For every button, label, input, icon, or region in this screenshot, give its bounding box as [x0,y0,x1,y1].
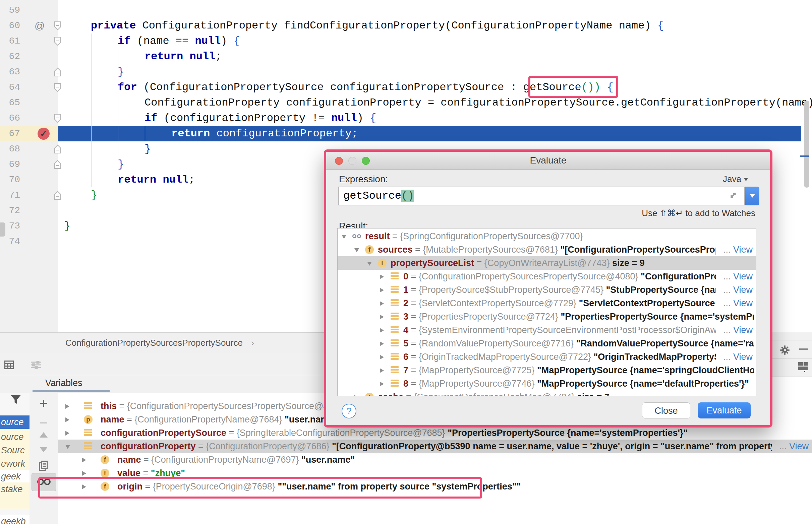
chevron-collapsed-icon[interactable] [380,355,384,360]
indent-guide [145,80,145,158]
code-line[interactable]: 66 if (configurationProperty != null) { [0,111,812,126]
filter-icon[interactable] [10,395,21,405]
chevron-collapsed-icon[interactable] [380,341,384,346]
left-scroll-fragment [0,223,5,236]
code-line[interactable]: 63 } [0,64,812,80]
result-tree[interactable]: result = {SpringConfigurationPropertySou… [337,228,757,396]
chevron-expanded-icon[interactable] [354,248,359,252]
code-line[interactable]: 65ConfigurationProperty configurationPro… [0,95,812,111]
result-tree-row[interactable]: 7 = {MapPropertySource@7725} "MapPropert… [338,363,756,377]
language-selector[interactable]: Java [723,174,748,184]
frame-item[interactable]: stake [0,482,30,496]
value-icon [391,366,399,374]
code-line[interactable]: 62return null; [0,49,812,64]
settings-sliders-icon[interactable] [31,361,41,369]
view-link[interactable]: View [789,441,809,451]
chevron-collapsed-icon[interactable] [82,458,86,462]
view-link[interactable]: View [733,298,753,308]
view-link[interactable]: View [733,245,753,255]
chevron-expanded-icon[interactable] [341,235,346,239]
chevron-collapsed-icon[interactable] [65,431,69,436]
move-up-button[interactable] [30,431,58,438]
result-tree-row[interactable]: 4 = {SystemEnvironmentPropertySourceEnvi… [338,323,756,337]
chevron-collapsed-icon[interactable] [380,301,384,306]
move-down-button[interactable] [30,446,58,453]
result-tree-row[interactable]: 6 = {OriginTrackedMapPropertySource@7722… [338,350,756,363]
breadcrumb: ConfigurationPropertySourcesPropertySour… [0,332,324,353]
chevron-collapsed-icon[interactable] [354,395,359,396]
variable-row[interactable]: configurationPropertySource = {SpringIte… [58,426,812,440]
value-icon [84,429,92,437]
variable-row[interactable]: fname = {ConfigurationPropertyName@7697}… [58,453,812,466]
view-link[interactable]: View [733,285,753,295]
help-button[interactable]: ? [341,404,356,419]
tab-variables[interactable]: Variables [45,375,82,391]
chevron-expanded-icon[interactable] [65,445,70,449]
chevron-collapsed-icon[interactable] [380,368,384,373]
code-line[interactable]: 67✓return configurationProperty; [0,126,812,142]
result-tree-row[interactable]: result = {SpringConfigurationPropertySou… [338,229,756,243]
view-link[interactable]: View [733,272,753,281]
code-line[interactable]: 61 if (name == null) { [0,33,812,49]
breadcrumb-class[interactable]: ConfigurationPropertySourcesPropertySour… [65,338,243,348]
expression-input[interactable]: getSource() [338,186,745,206]
result-tree-row[interactable]: fcache = {ConcurrentReferenceHashMap@770… [338,390,756,396]
result-tree-row[interactable]: 2 = {ServletContextPropertySource@7729} … [338,296,756,310]
line-number: 72 [0,203,20,218]
dialog-titlebar[interactable]: Evaluate [326,152,770,169]
result-tree-row[interactable]: 1 = {PropertySource$StubPropertySource@7… [338,283,756,296]
line-number: 60 [0,18,20,33]
frame-item[interactable] [0,495,30,509]
table-view-icon[interactable] [4,360,14,370]
expand-editor-icon[interactable] [727,189,739,201]
result-tree-row[interactable]: fsources = {MutablePropertySources@7681}… [338,243,756,256]
expression-history-dropdown[interactable] [745,186,759,206]
value-icon [84,442,92,450]
result-tree-row[interactable]: fpropertySourceList = {CopyOnWriteArrayL… [338,256,756,270]
add-watch-button[interactable]: + [30,395,58,411]
editor-scrollbar[interactable] [804,100,809,187]
chevron-collapsed-icon[interactable] [82,471,86,476]
frame-item[interactable]: ework [0,457,30,470]
chevron-collapsed-icon[interactable] [65,404,69,409]
result-tree-row[interactable]: 5 = {RandomValuePropertySource@7716} "Ra… [338,337,756,350]
view-link[interactable]: View [733,325,753,335]
code-line[interactable]: 64 for (ConfigurationPropertySource conf… [0,80,812,95]
result-tree-row[interactable]: 0 = {ConfigurationPropertySourcesPropert… [338,270,756,283]
chevron-collapsed-icon[interactable] [380,382,384,386]
frame-item[interactable]: geek [0,470,30,483]
minimize-traffic-light[interactable] [348,157,356,165]
variable-row[interactable]: configurationProperty = {ConfigurationPr… [58,440,812,453]
zoom-traffic-light[interactable] [362,157,370,165]
value-icon [391,286,399,294]
chevron-collapsed-icon[interactable] [380,315,384,319]
chevron-collapsed-icon[interactable] [380,328,384,333]
frames-list[interactable]: ourceourceSourceworkgeekstakegeekb [0,393,30,524]
close-traffic-light[interactable] [335,157,343,165]
hide-icon[interactable] [799,348,808,350]
code-line[interactable]: 59 [0,3,812,18]
result-tree-row[interactable]: 8 = {MapPropertySource@7746} "MapPropert… [338,377,756,390]
chevron-collapsed-icon[interactable] [65,417,69,422]
evaluate-button[interactable]: Evaluate [698,403,751,419]
watches-hint: Use ⇧⌘↵ to add to Watches [642,208,755,218]
view-link[interactable]: View [733,352,753,362]
chevron-collapsed-icon[interactable] [380,274,384,279]
line-number: 62 [0,49,20,64]
frame-item[interactable]: Sourc [0,444,30,457]
current-line-stripe-marker[interactable] [800,155,809,157]
code-line[interactable]: 60@ private ConfigurationProperty findCo… [0,18,812,33]
value-icon [391,299,399,307]
breakpoint-icon[interactable]: ✓ [37,128,50,140]
close-button[interactable]: Close [642,403,690,419]
layout-settings-icon[interactable] [797,361,809,372]
frame-item[interactable]: ource [0,430,30,444]
frame-item[interactable]: geekb [0,514,30,524]
chevron-collapsed-icon[interactable] [380,288,384,293]
remove-watch-button[interactable]: − [30,415,58,431]
result-tree-row[interactable]: 3 = {PropertiesPropertySource@7724} "Pro… [338,310,756,323]
copy-icon[interactable] [30,460,58,471]
chevron-expanded-icon[interactable] [367,262,372,266]
gear-icon[interactable] [780,345,790,355]
frame-item[interactable]: ource [0,415,30,429]
